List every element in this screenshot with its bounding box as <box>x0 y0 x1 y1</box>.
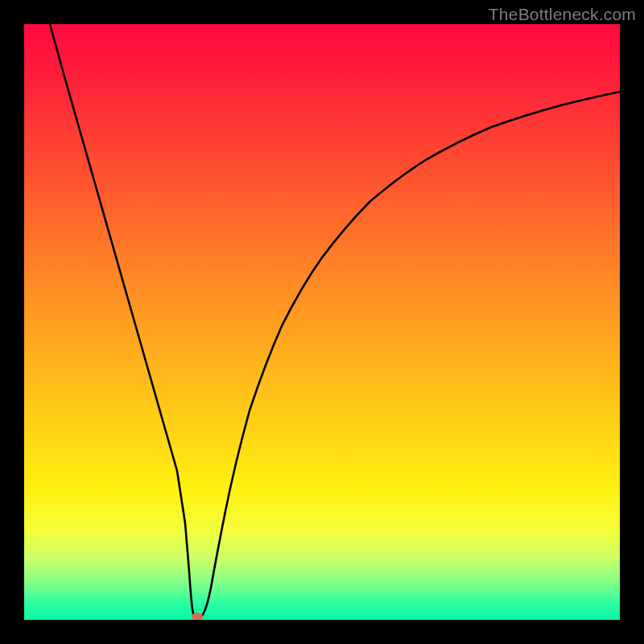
bottleneck-curve <box>50 24 620 617</box>
curve-svg <box>24 24 620 620</box>
watermark-text: TheBottleneck.com <box>489 5 636 24</box>
plot-area <box>24 24 620 620</box>
chart-frame: TheBottleneck.com <box>0 0 644 644</box>
